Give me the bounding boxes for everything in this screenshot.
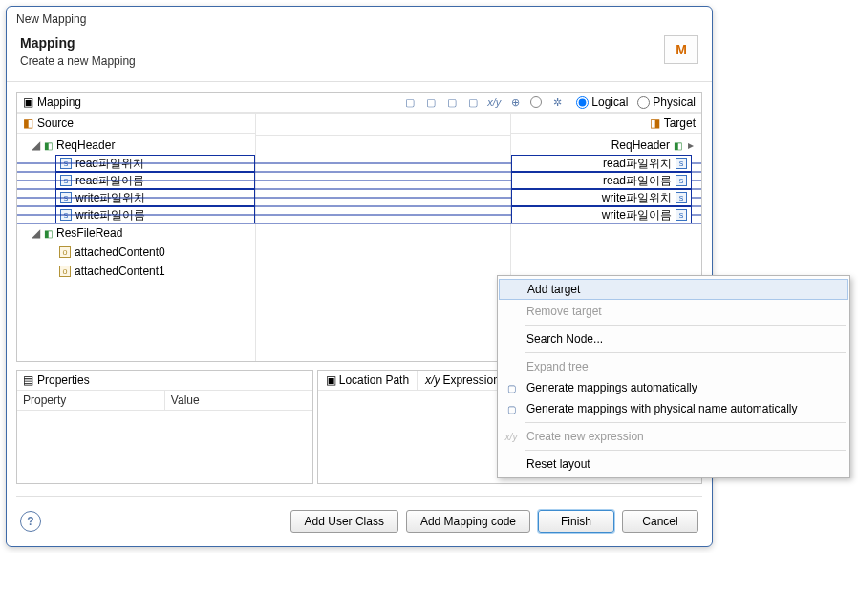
mapping-canvas-header bbox=[256, 114, 510, 136]
menu-remove-target-label: Remove target bbox=[526, 305, 602, 318]
source-field-3-label: write파일이름 bbox=[75, 207, 145, 223]
mapping-title-label: Mapping bbox=[37, 96, 81, 109]
target-icon: ◨ bbox=[650, 117, 660, 130]
expression-icon: x/y bbox=[425, 373, 440, 387]
target-field-2-label: write파일위치 bbox=[602, 190, 672, 206]
menu-reset-layout[interactable]: Reset layout bbox=[498, 454, 849, 475]
target-field-1-label: read파일이름 bbox=[603, 173, 672, 189]
finish-button[interactable]: Finish bbox=[538, 510, 614, 533]
source-field-2-label: write파일위치 bbox=[75, 190, 145, 206]
window-title: New Mapping bbox=[7, 7, 712, 30]
header-text: Mapping Create a new Mapping bbox=[20, 35, 136, 68]
source-field-0-label: read파일위치 bbox=[75, 156, 144, 172]
add-mapping-code-button[interactable]: Add Mapping code bbox=[406, 510, 530, 533]
radio-physical-label: Physical bbox=[653, 96, 696, 109]
context-menu: Add target Remove target Search Node... … bbox=[497, 275, 850, 478]
source-leaf-0-label: attachedContent0 bbox=[75, 245, 165, 259]
source-tree[interactable]: ◢ ◧ ReqHeader sread파일위치 sread파일이름 swrite… bbox=[17, 134, 255, 281]
add-user-class-button[interactable]: Add User Class bbox=[290, 510, 398, 533]
source-field-1-label: read파일이름 bbox=[75, 173, 144, 189]
menu-remove-target: Remove target bbox=[498, 301, 849, 322]
header-area: Mapping Create a new Mapping M bbox=[7, 30, 712, 82]
source-label: Source bbox=[37, 117, 74, 130]
expression-menu-icon: x/y bbox=[504, 429, 519, 444]
mapping-panel-title: ▣ Mapping bbox=[23, 96, 81, 109]
view-radio-group: Logical Physical bbox=[576, 96, 696, 109]
menu-expand-tree-label: Expand tree bbox=[526, 360, 589, 373]
source-column: ◧ Source ◢ ◧ ReqHeader sread파일위치 sread파일… bbox=[17, 114, 256, 361]
properties-title: Properties bbox=[37, 373, 90, 387]
toolbar-icon-xy[interactable]: x/y bbox=[486, 95, 502, 110]
menu-add-target-label: Add target bbox=[527, 283, 580, 296]
menu-generate-mappings-physical-label: Generate mappings with physical name aut… bbox=[526, 402, 797, 415]
mapping-tool-icons: ▢ ▢ ▢ ▢ x/y ⊕ ✲ Logical Physical bbox=[402, 95, 696, 110]
mapping-toolbar: ▣ Mapping ▢ ▢ ▢ ▢ x/y ⊕ ✲ Logical Physic… bbox=[17, 93, 701, 113]
menu-search-node[interactable]: Search Node... bbox=[498, 329, 849, 350]
target-field-3[interactable]: write파일이름s bbox=[511, 206, 692, 223]
properties-icon: ▤ bbox=[23, 373, 33, 387]
properties-col-name[interactable]: Property bbox=[17, 391, 165, 410]
source-field-3[interactable]: swrite파일이름 bbox=[55, 206, 255, 223]
source-leaf-1[interactable]: oattachedContent1 bbox=[17, 262, 255, 281]
generate-phys-icon: ▢ bbox=[504, 401, 519, 416]
source-leaf-1-label: attachedContent1 bbox=[75, 265, 165, 278]
menu-create-expression: x/yCreate new expression bbox=[498, 426, 849, 447]
mapping-canvas[interactable] bbox=[256, 114, 510, 361]
toolbar-icon-2[interactable]: ▢ bbox=[423, 95, 439, 110]
tab-location-path-label: Location Path bbox=[339, 373, 409, 387]
context-menu-separator bbox=[525, 450, 846, 451]
context-menu-separator bbox=[525, 325, 846, 326]
tab-location-path[interactable]: ▣Location Path bbox=[318, 371, 418, 390]
source-field-2[interactable]: swrite파일위치 bbox=[55, 189, 255, 206]
menu-add-target[interactable]: Add target bbox=[499, 279, 848, 300]
source-field-0[interactable]: sread파일위치 bbox=[55, 155, 255, 172]
toolbar-collapse-icon[interactable] bbox=[528, 95, 544, 110]
target-field-0[interactable]: read파일위치s bbox=[511, 155, 692, 172]
source-root2-label: ResFileRead bbox=[56, 226, 122, 240]
source-icon: ◧ bbox=[23, 117, 33, 130]
target-header: ◨ Target bbox=[511, 114, 701, 134]
toolbar-icon-1[interactable]: ▢ bbox=[402, 95, 418, 110]
target-field-0-label: read파일위치 bbox=[603, 156, 672, 172]
source-root-reqheader[interactable]: ◢ ◧ ReqHeader bbox=[17, 136, 255, 155]
tab-expression-label: Expression bbox=[442, 373, 499, 387]
radio-logical[interactable]: Logical bbox=[576, 96, 628, 109]
menu-reset-layout-label: Reset layout bbox=[526, 457, 590, 471]
target-root-label: ReqHeader bbox=[611, 138, 670, 152]
source-leaf-0[interactable]: oattachedContent0 bbox=[17, 243, 255, 262]
target-field-2[interactable]: write파일위치s bbox=[511, 189, 692, 206]
menu-expand-tree: Expand tree bbox=[498, 356, 849, 377]
toolbar-expand-icon[interactable]: ⊕ bbox=[507, 95, 523, 110]
menu-generate-mappings[interactable]: ▢Generate mappings automatically bbox=[498, 377, 849, 398]
page-subtitle: Create a new Mapping bbox=[20, 54, 136, 68]
context-menu-separator bbox=[525, 352, 846, 353]
dialog-footer: ? Add User Class Add Mapping code Finish… bbox=[7, 497, 712, 546]
toolbar-icon-4[interactable]: ▢ bbox=[465, 95, 481, 110]
target-root-reqheader[interactable]: ReqHeader ◧ ▸ bbox=[511, 136, 701, 155]
mapping-icon: ▣ bbox=[23, 96, 33, 109]
target-label: Target bbox=[664, 117, 696, 130]
menu-generate-mappings-label: Generate mappings automatically bbox=[526, 381, 697, 394]
context-menu-separator bbox=[525, 422, 846, 423]
source-root-label: ReqHeader bbox=[56, 138, 115, 152]
source-header: ◧ Source bbox=[17, 114, 255, 134]
radio-logical-label: Logical bbox=[591, 96, 628, 109]
page-title: Mapping bbox=[20, 35, 136, 51]
source-field-1[interactable]: sread파일이름 bbox=[55, 172, 255, 189]
target-tree[interactable]: ReqHeader ◧ ▸ read파일위치s read파일이름s write파… bbox=[511, 134, 701, 223]
radio-physical[interactable]: Physical bbox=[637, 96, 696, 109]
menu-create-expression-label: Create new expression bbox=[526, 430, 644, 443]
generate-icon: ▢ bbox=[504, 380, 519, 395]
help-button[interactable]: ? bbox=[20, 511, 41, 532]
properties-col-value[interactable]: Value bbox=[165, 391, 312, 410]
toolbar-refresh-icon[interactable]: ✲ bbox=[549, 95, 565, 110]
location-icon: ▣ bbox=[326, 373, 336, 387]
menu-generate-mappings-physical[interactable]: ▢Generate mappings with physical name au… bbox=[498, 398, 849, 419]
target-field-3-label: write파일이름 bbox=[602, 207, 672, 223]
properties-header: ▤ Properties bbox=[17, 371, 312, 391]
target-field-1[interactable]: read파일이름s bbox=[511, 172, 692, 189]
toolbar-icon-3[interactable]: ▢ bbox=[444, 95, 460, 110]
tab-expression[interactable]: x/yExpression bbox=[418, 371, 508, 390]
source-root-resfileread[interactable]: ◢ ◧ ResFileRead bbox=[17, 223, 255, 243]
cancel-button[interactable]: Cancel bbox=[622, 510, 698, 533]
